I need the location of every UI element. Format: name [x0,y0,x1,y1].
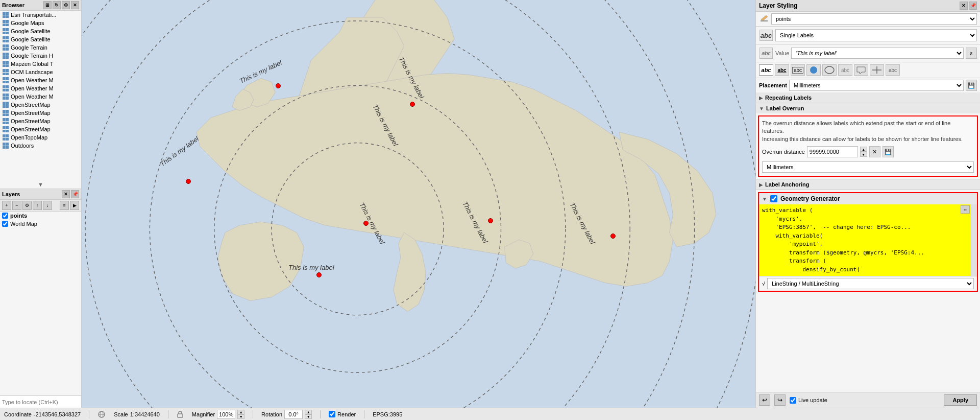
layer-selector-dropdown[interactable]: points [771,13,977,25]
browser-item-openweather2[interactable]: Open Weather M [0,84,81,92]
svg-marker-11 [857,67,865,74]
layer-check-worldmap[interactable] [2,221,8,227]
ocm-label: OCM Landscape [11,69,53,75]
overrun-distance-input[interactable] [807,146,858,157]
browser-item-osm4[interactable]: OpenStreetMap [0,125,81,133]
magnifier-item: Magnifier ▲ ▼ [192,410,244,419]
separator-4 [320,410,321,418]
epsg-item: EPSG:3995 [373,411,402,417]
browser-item-osm1[interactable]: OpenStreetMap [0,101,81,109]
live-update-checkbox[interactable] [790,397,796,404]
browser-item-googlesat2[interactable]: Google Satellite [0,35,81,43]
layers-tool-5[interactable]: ↓ [43,201,52,210]
repeating-labels-header[interactable]: ▶ Repeating Labels [756,92,980,103]
geom-type-dropdown[interactable]: LineString / MultiLineString [767,278,974,289]
browser-item-osm3[interactable]: OpenStreetMap [0,117,81,125]
browser-item-opentopo[interactable]: OpenTopoMap [0,133,81,142]
osm4-icon [2,126,9,133]
value-dropdown[interactable]: 'This is my label' [791,48,964,59]
browser-item-googlesat1[interactable]: Google Satellite [0,27,81,35]
right-panel-icon-close[interactable]: ✕ [960,2,968,10]
layers-tool-4[interactable]: ↑ [33,201,42,210]
magnifier-label: Magnifier [192,411,215,417]
browser-panel: Browser ⊞ ↻ ⚙ ✕ Esri Transportati... [0,0,81,189]
browser-icon-3[interactable]: ⚙ [62,1,70,9]
browser-close[interactable]: ✕ [71,1,79,9]
label-overrun-header[interactable]: ▼ Label Overrun [756,103,980,113]
browser-scroll-down[interactable]: ▼ [0,180,81,189]
openweather2-icon [2,85,9,92]
browser-icon-1[interactable]: ⊞ [43,1,52,9]
browser-item-mapzen[interactable]: Mapzen Global T [0,60,81,68]
tab-format-icon[interactable]: abc [775,64,789,76]
layers-tool-3[interactable]: ⚙ [22,201,32,210]
placement-save-btn[interactable]: 💾 [966,80,977,91]
esri-icon [2,11,9,18]
search-input[interactable] [2,399,79,405]
browser-item-googleterrain1[interactable]: Google Terrain [0,43,81,52]
tab-callout-icon[interactable] [854,64,868,76]
browser-item-esri[interactable]: Esri Transportati... [0,11,81,19]
tab-text-icon[interactable]: abc [759,64,773,76]
mapzen-icon [2,60,9,67]
geom-code: with_variable ( 'mycrs', 'EPSG:3857', --… [762,206,974,274]
value-edit-button[interactable]: ε [966,48,977,59]
magnifier-down[interactable]: ▼ [237,414,244,419]
layer-check-points[interactable] [2,213,8,219]
magnifier-stepper: ▲ ▼ [237,410,244,419]
overrun-up-btn[interactable]: ▲ [860,147,867,152]
apply-button[interactable]: Apply [944,394,977,406]
live-update-row: ↩ ↪ Live update Apply [756,392,980,408]
browser-item-openweather3[interactable]: Open Weather M [0,92,81,101]
layers-tool-1[interactable]: + [2,201,11,210]
magnifier-input[interactable] [217,410,235,419]
geom-more-btn[interactable]: ⋯ [961,205,970,214]
layers-header: Layers ✕ 📌 [0,189,81,200]
overrun-save-btn[interactable]: 💾 [883,146,894,157]
tab-mask-icon[interactable] [806,64,821,76]
layers-tool-6[interactable]: ≡ [60,201,69,210]
tab-position-icon[interactable] [870,64,884,76]
magnifier-up[interactable]: ▲ [237,410,244,414]
rotation-input[interactable] [284,410,303,419]
undo-btn[interactable]: ↩ [759,394,770,406]
right-panel-icon-pin[interactable]: 📌 [969,2,977,10]
svg-point-9 [810,66,817,74]
browser-item-googlemaps[interactable]: Google Maps [0,19,81,27]
geometry-generator-checkbox[interactable] [770,195,777,202]
redo-btn[interactable]: ↪ [774,394,786,406]
layers-tool-2[interactable]: − [12,201,21,210]
render-checkbox[interactable] [329,411,335,417]
tab-buffer-icon[interactable]: abc [791,64,805,76]
layers-icon-close[interactable]: ✕ [62,190,70,198]
label-anchoring-header[interactable]: ▶ Label Anchoring [756,179,980,190]
map-area[interactable]: This is my label This is my label This i… [82,0,755,408]
rotation-up[interactable]: ▲ [305,410,312,414]
browser-icon-2[interactable]: ↻ [53,1,61,9]
map-dot-7 [316,272,322,277]
geom-scrollbar[interactable] [971,204,977,276]
layers-icon-pin[interactable]: 📌 [71,190,79,198]
browser-item-googleterrainh[interactable]: Google Terrain H [0,52,81,60]
layers-tool-7[interactable]: ▶ [70,201,79,210]
layer-item-points[interactable]: points [0,212,81,220]
overrun-down-btn[interactable]: ▼ [860,152,867,157]
browser-header: Browser ⊞ ↻ ⚙ ✕ [0,0,81,11]
layers-panel: Layers ✕ 📌 + − ⚙ ↑ ↓ ≡ ▶ poin [0,189,81,395]
overrun-unit-dropdown[interactable]: Millimeters [762,161,974,173]
placement-dropdown[interactable]: Millimeters [789,80,964,91]
separator-1 [89,410,89,418]
browser-item-osm2[interactable]: OpenStreetMap [0,109,81,117]
browser-item-openweather1[interactable]: Open Weather M [0,76,81,84]
rotation-down[interactable]: ▼ [305,414,312,419]
tab-background-icon[interactable] [822,64,837,76]
layer-item-worldmap[interactable]: World Map [0,220,81,228]
tab-shadow-icon[interactable]: abc [838,64,852,76]
layer-selector: points [756,12,980,27]
browser-item-ocm[interactable]: OCM Landscape [0,68,81,76]
tab-render-icon[interactable]: abc [886,64,900,76]
geometry-generator-editor[interactable]: ⋯ with_variable ( 'mycrs', 'EPSG:3857', … [759,204,977,276]
browser-item-outdoors[interactable]: Outdoors [0,142,81,150]
single-labels-dropdown[interactable]: Single Labels [775,29,977,41]
overrun-clear-btn[interactable]: ✕ [869,146,880,157]
